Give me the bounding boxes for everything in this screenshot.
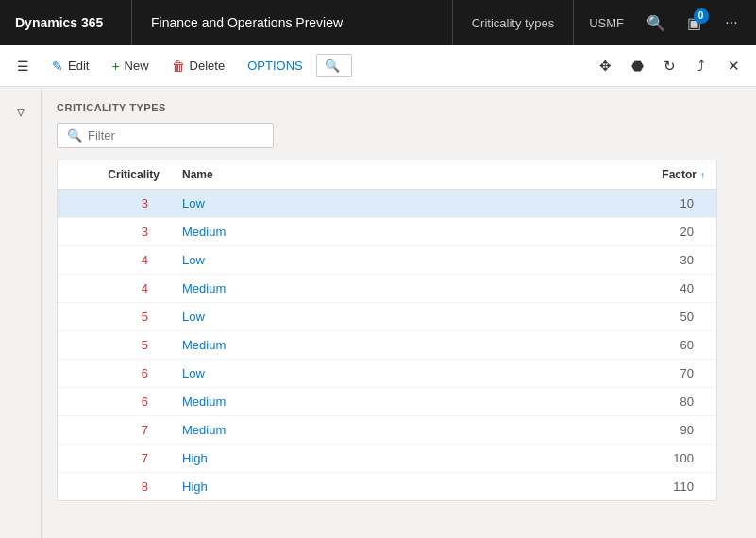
filter-bar[interactable]: 🔍	[57, 123, 274, 148]
cell-name: Medium	[171, 331, 622, 359]
popout-button[interactable]: ⤴	[686, 51, 716, 81]
cell-factor: 50	[622, 303, 716, 330]
cell-name: High	[171, 473, 622, 500]
cell-criticality: 7	[58, 445, 171, 472]
cell-factor: 20	[622, 218, 716, 245]
edit-button[interactable]: ✎ Edit	[42, 54, 98, 78]
delete-label: Delete	[190, 59, 226, 73]
company-label: USMF	[589, 16, 624, 30]
table-row[interactable]: 8High110	[58, 473, 716, 500]
grid-icon[interactable]: ✥	[590, 51, 620, 81]
cell-factor: 40	[622, 275, 716, 302]
col-header-criticality: Criticality	[58, 160, 171, 189]
delete-button[interactable]: 🗑 Delete	[162, 54, 235, 78]
cell-criticality: 5	[58, 303, 171, 330]
main-content: ▿ CRITICALITY TYPES 🔍 Criticality Name F…	[0, 87, 756, 538]
cell-factor: 70	[622, 360, 716, 387]
cell-name: Medium	[171, 416, 622, 444]
notification-badge: 0	[694, 8, 709, 24]
cell-criticality: 4	[58, 275, 171, 302]
cell-factor: 90	[622, 416, 716, 444]
cell-criticality: 8	[58, 473, 171, 500]
cell-name: Medium	[171, 388, 622, 415]
company-selector[interactable]: USMF	[574, 16, 639, 30]
brand-label: Dynamics 365	[15, 15, 103, 30]
new-label: New	[125, 59, 149, 73]
options-label: OPTIONS	[247, 59, 303, 73]
table-row[interactable]: 7High100	[58, 445, 716, 473]
cell-name: Low	[171, 303, 622, 330]
top-bar: Dynamics 365 Finance and Operations Prev…	[0, 0, 756, 45]
cell-criticality: 6	[58, 360, 171, 387]
cell-factor: 30	[622, 246, 716, 274]
hamburger-icon: ☰	[17, 59, 29, 74]
cell-criticality: 4	[58, 246, 171, 274]
filter-sidebar-icon[interactable]: ▿	[4, 94, 38, 128]
cell-factor: 60	[622, 331, 716, 359]
cell-name: Low	[171, 190, 622, 217]
brand-logo[interactable]: Dynamics 365	[0, 0, 132, 45]
table-row[interactable]: 5Medium60	[58, 331, 716, 360]
top-bar-actions: 🔍 ▣ 0 ···	[639, 6, 756, 40]
page-title-area: Criticality types	[453, 0, 574, 45]
sidebar: ▿	[0, 87, 42, 538]
col-name-label: Name	[182, 168, 213, 181]
delete-icon: 🗑	[172, 59, 185, 74]
cell-factor: 10	[622, 190, 716, 217]
notifications-icon[interactable]: ▣ 0	[677, 6, 711, 40]
close-button[interactable]: ✕	[718, 51, 748, 81]
app-title: Finance and Operations Preview	[132, 0, 453, 45]
col-criticality-label: Criticality	[108, 168, 160, 181]
table-row[interactable]: 4Low30	[58, 246, 716, 275]
edit-icon: ✎	[52, 59, 63, 74]
cell-factor: 110	[622, 473, 716, 500]
table-body: 3Low103Medium204Low304Medium405Low505Med…	[58, 190, 716, 500]
col-header-factor[interactable]: Factor ↑	[622, 160, 716, 189]
cell-name: Low	[171, 246, 622, 274]
refresh-button[interactable]: ↻	[654, 51, 684, 81]
options-button[interactable]: OPTIONS	[238, 54, 312, 77]
action-search[interactable]: 🔍	[316, 54, 352, 77]
cell-criticality: 5	[58, 331, 171, 359]
cell-criticality: 6	[58, 388, 171, 415]
table-row[interactable]: 7Medium90	[58, 416, 716, 445]
cell-criticality: 7	[58, 416, 171, 444]
table-row[interactable]: 3Low10	[58, 190, 716, 218]
page-title: Criticality types	[472, 16, 554, 30]
cell-name: Medium	[171, 275, 622, 302]
filter-input[interactable]	[88, 128, 263, 143]
col-header-name: Name	[171, 160, 622, 189]
search-icon[interactable]: 🔍	[639, 6, 673, 40]
table-row[interactable]: 6Medium80	[58, 388, 716, 416]
plus-icon: +	[111, 59, 119, 74]
table-row[interactable]: 3Medium20	[58, 218, 716, 246]
cell-factor: 80	[622, 388, 716, 415]
cell-criticality: 3	[58, 190, 171, 217]
cell-name: Low	[171, 360, 622, 387]
edit-label: Edit	[68, 59, 89, 73]
sort-asc-icon: ↑	[700, 170, 705, 180]
action-bar-right-icons: ✥ ⬣ ↻ ⤴ ✕	[590, 51, 748, 81]
cell-criticality: 3	[58, 218, 171, 245]
filter-search-icon: 🔍	[67, 128, 82, 143]
table-row[interactable]: 5Low50	[58, 303, 716, 331]
office-icon[interactable]: ⬣	[622, 51, 652, 81]
hamburger-button[interactable]: ☰	[8, 54, 39, 78]
section-title: CRITICALITY TYPES	[57, 102, 741, 113]
cell-factor: 100	[622, 445, 716, 472]
more-options-icon[interactable]: ···	[714, 6, 748, 40]
search-icon-small: 🔍	[325, 59, 340, 73]
table-row[interactable]: 6Low70	[58, 360, 716, 388]
table-row[interactable]: 4Medium40	[58, 275, 716, 303]
new-button[interactable]: + New	[102, 54, 158, 78]
app-label: Finance and Operations Preview	[151, 15, 343, 30]
action-bar: ☰ ✎ Edit + New 🗑 Delete OPTIONS 🔍 ✥ ⬣ ↻ …	[0, 45, 756, 87]
data-table: Criticality Name Factor ↑ 3Low103Medium2…	[57, 160, 717, 501]
col-factor-label: Factor	[662, 168, 697, 181]
page-area: CRITICALITY TYPES 🔍 Criticality Name Fac…	[42, 87, 756, 538]
cell-name: High	[171, 445, 622, 472]
cell-name: Medium	[171, 218, 622, 245]
table-header: Criticality Name Factor ↑	[58, 160, 716, 190]
